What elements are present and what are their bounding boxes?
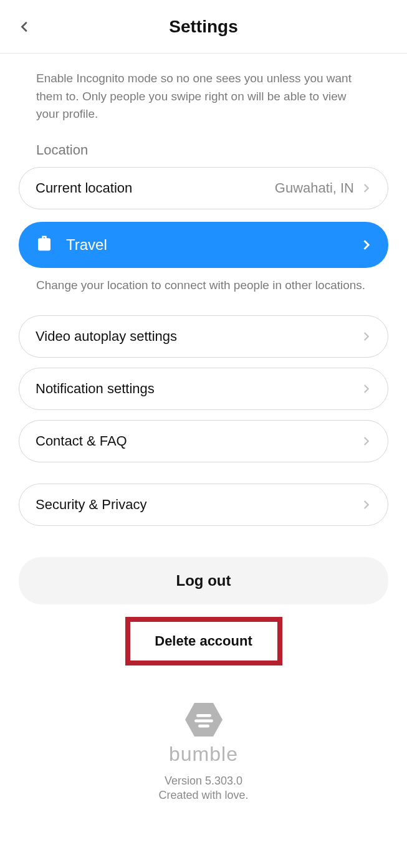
- incognito-description: Enable Incognito mode so no one sees you…: [36, 70, 371, 123]
- page-title: Settings: [169, 17, 237, 37]
- chevron-right-icon: [360, 183, 371, 194]
- svg-rect-3: [198, 725, 209, 728]
- luggage-icon: [35, 234, 54, 255]
- delete-account-label: Delete account: [155, 633, 252, 649]
- video-autoplay-row[interactable]: Video autoplay settings: [19, 315, 388, 358]
- chevron-right-icon: [360, 239, 372, 251]
- current-location-row[interactable]: Current location Guwahati, IN: [19, 167, 388, 209]
- contact-faq-row[interactable]: Contact & FAQ: [19, 420, 388, 462]
- brand-name: bumble: [19, 743, 388, 766]
- travel-label: Travel: [66, 236, 107, 254]
- location-section-label: Location: [36, 142, 371, 158]
- security-privacy-label: Security & Privacy: [36, 497, 147, 513]
- security-privacy-row[interactable]: Security & Privacy: [19, 484, 388, 526]
- svg-rect-2: [194, 719, 213, 722]
- travel-row[interactable]: Travel: [19, 222, 388, 268]
- chevron-right-icon: [360, 499, 371, 510]
- tagline-text: Created with love.: [19, 789, 388, 802]
- content: Enable Incognito mode so no one sees you…: [0, 54, 407, 808]
- video-autoplay-label: Video autoplay settings: [36, 328, 177, 345]
- footer: bumble Version 5.303.0 Created with love…: [19, 703, 388, 802]
- chevron-left-icon: [18, 20, 32, 34]
- back-button[interactable]: [12, 14, 37, 39]
- chevron-right-icon: [360, 383, 371, 394]
- notification-settings-label: Notification settings: [36, 381, 155, 397]
- travel-description: Change your location to connect with peo…: [36, 277, 371, 295]
- chevron-right-icon: [360, 436, 371, 447]
- delete-account-button[interactable]: Delete account: [125, 617, 282, 665]
- contact-faq-label: Contact & FAQ: [36, 433, 127, 449]
- current-location-label: Current location: [36, 180, 132, 196]
- logout-button[interactable]: Log out: [19, 557, 388, 604]
- notification-settings-row[interactable]: Notification settings: [19, 368, 388, 410]
- svg-rect-1: [196, 714, 211, 717]
- header-bar: Settings: [0, 0, 407, 54]
- version-text: Version 5.303.0: [19, 775, 388, 788]
- chevron-right-icon: [360, 331, 371, 342]
- current-location-value: Guwahati, IN: [275, 180, 354, 196]
- brand-logo-icon: [185, 703, 223, 739]
